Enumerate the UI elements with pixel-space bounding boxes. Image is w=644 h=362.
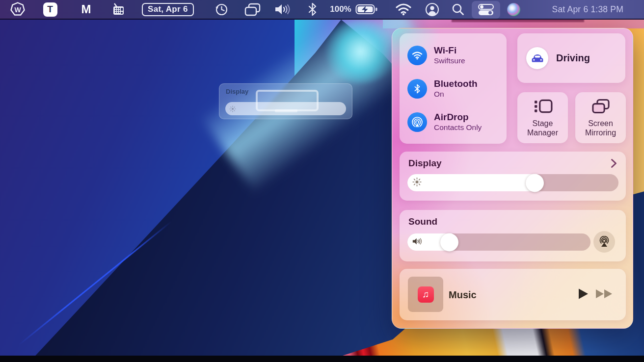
wifi-icon — [395, 3, 412, 16]
control-center-panel: Wi-Fi Swiftsure Bluetooth On — [392, 28, 633, 329]
wifi-toggle[interactable]: Wi-Fi Swiftsure — [407, 45, 465, 65]
ghost-brightness-slider — [225, 102, 346, 115]
volume-slider-thumb[interactable] — [440, 233, 458, 251]
brightness-slider[interactable] — [407, 174, 618, 191]
clock-history-icon — [215, 3, 228, 16]
speaker-icon — [274, 3, 292, 16]
car-icon — [531, 53, 544, 64]
ghost-display-title: Display — [226, 88, 248, 95]
volume-slider[interactable] — [407, 233, 590, 251]
menu-bar: W T M Sat, Apr 6 — [0, 0, 644, 20]
wallpaper-cyan-glow — [324, 20, 398, 83]
brightness-slider-fill — [407, 174, 542, 191]
date-box: Sat, Apr 6 — [142, 3, 194, 16]
screen-mirroring-icon — [591, 98, 611, 115]
bluetooth-icon — [414, 84, 420, 94]
display-card: Display — [400, 152, 626, 201]
wifi-status: Swiftsure — [434, 56, 465, 66]
music-app-icon: ♫ — [418, 286, 434, 303]
bluetooth-menu-icon[interactable] — [306, 0, 319, 19]
overlapping-screens-icon — [244, 3, 261, 16]
bluetooth-toggle[interactable]: Bluetooth On — [407, 78, 478, 99]
date-menu-item[interactable]: Sat, Apr 6 — [142, 0, 194, 19]
menubar-clock: Sat Apr 6 1:38 PM — [552, 4, 623, 15]
spotlight-search-menu-icon[interactable] — [450, 0, 466, 19]
airplay-audio-icon — [598, 236, 611, 248]
windscribe-menu-icon[interactable]: W — [9, 0, 27, 19]
volume-menu-icon[interactable] — [273, 0, 293, 19]
battery-menu-icon[interactable] — [354, 0, 379, 19]
wifi-toggle-circle — [407, 46, 427, 65]
bluetooth-toggle-circle — [407, 79, 427, 99]
svg-text:W: W — [14, 6, 21, 14]
airdrop-status: Contacts Only — [434, 123, 482, 132]
chevron-right-icon[interactable] — [611, 158, 617, 170]
siri-orb-icon — [507, 3, 520, 16]
malwarebytes-m-icon: M — [81, 2, 91, 16]
siri-menu-icon[interactable] — [506, 0, 521, 19]
focus-driving-tile[interactable]: Driving — [517, 33, 625, 83]
fast-forward-button[interactable] — [595, 288, 613, 301]
stage-manager-icon — [533, 98, 553, 115]
user-circle-icon — [425, 2, 439, 17]
wallpaper-bottom-dark-strip — [0, 356, 644, 362]
display-title: Display — [408, 158, 442, 169]
stage-manager-label: Stage Manager — [523, 119, 563, 138]
music-card: ♫ Music — [400, 269, 626, 320]
search-icon — [452, 3, 464, 16]
airdrop-icon — [411, 116, 423, 128]
airplay-audio-button[interactable] — [593, 231, 615, 253]
radio-icon — [112, 2, 125, 16]
brightness-slider-thumb[interactable] — [526, 174, 544, 192]
play-button[interactable] — [578, 288, 589, 302]
t-app-badge: T — [43, 2, 57, 17]
wifi-icon — [412, 51, 423, 60]
battery-percent-label: 100% — [330, 4, 351, 14]
battery-percent-item[interactable]: 100% — [328, 0, 353, 19]
album-art-placeholder: ♫ — [408, 277, 443, 312]
airdrop-label: AirDrop — [434, 112, 482, 123]
clock-menu-item[interactable]: Sat Apr 6 1:38 PM — [552, 0, 623, 19]
driving-icon-circle — [526, 47, 548, 69]
bluetooth-status: On — [434, 90, 478, 99]
time-machine-menu-icon[interactable] — [214, 0, 229, 19]
screen-mirroring-label: Screen Mirroring — [580, 119, 622, 138]
windscribe-shield-icon: W — [10, 2, 25, 17]
ghost-sun-icon — [229, 105, 236, 112]
t-app-menu-icon[interactable]: T — [42, 0, 58, 19]
bluetooth-icon — [308, 3, 317, 16]
battery-charging-icon — [355, 3, 378, 15]
airdrop-toggle-circle — [407, 112, 427, 132]
fast-forward-icon — [595, 288, 613, 299]
play-icon — [578, 288, 589, 300]
sound-title: Sound — [408, 216, 437, 227]
driving-label: Driving — [556, 52, 590, 64]
screen-mirroring-tile[interactable]: Screen Mirroring — [575, 92, 626, 143]
wifi-label: Wi-Fi — [434, 45, 465, 56]
volume-speaker-icon — [412, 237, 422, 247]
radio-app-menu-icon[interactable] — [110, 0, 127, 19]
sound-card: Sound — [400, 210, 626, 261]
stage-manager-tile[interactable]: Stage Manager — [517, 92, 568, 143]
brightness-sun-icon — [412, 177, 422, 188]
ghost-display-module: Display — [219, 83, 352, 119]
airdrop-toggle[interactable]: AirDrop Contacts Only — [407, 112, 482, 132]
malwarebytes-menu-icon[interactable]: M — [77, 0, 95, 19]
user-account-menu-icon[interactable] — [424, 0, 440, 19]
displays-menu-icon[interactable] — [243, 0, 261, 19]
control-center-toggles-icon — [478, 4, 494, 16]
bluetooth-label: Bluetooth — [434, 78, 478, 89]
wifi-menu-icon[interactable] — [394, 0, 413, 19]
connectivity-card: Wi-Fi Swiftsure Bluetooth On — [400, 33, 507, 144]
t-app-letter: T — [47, 4, 53, 15]
music-label: Music — [449, 289, 477, 300]
control-center-menu-icon[interactable] — [472, 1, 500, 19]
